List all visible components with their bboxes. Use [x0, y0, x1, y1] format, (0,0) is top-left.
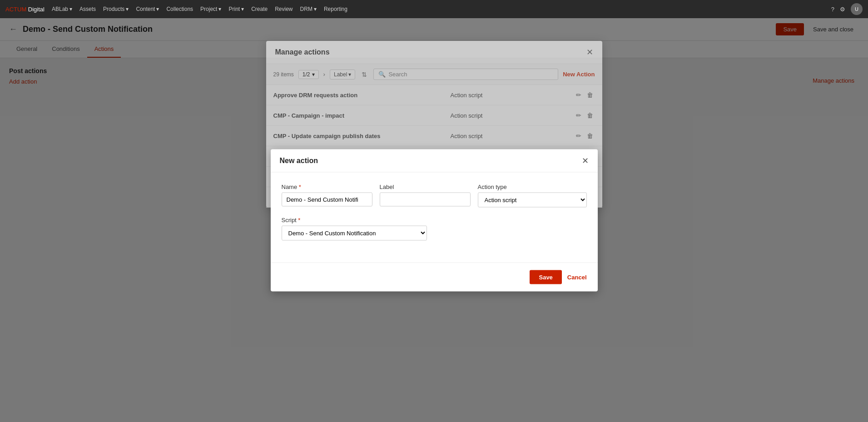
- chevron-down-icon: ▾: [126, 6, 129, 12]
- name-label: Name *: [282, 183, 372, 190]
- chevron-down-icon: ▾: [218, 6, 221, 12]
- label-label: Label: [380, 183, 471, 190]
- chevron-down-icon: ▾: [69, 6, 72, 12]
- nav-collections[interactable]: Collections: [166, 6, 193, 12]
- required-mark: *: [299, 183, 301, 190]
- script-select-wrap: Demo - Send Custom Notification: [282, 225, 427, 240]
- settings-icon[interactable]: ⚙: [840, 6, 845, 13]
- new-action-modal-title: New action: [280, 156, 318, 164]
- nav-ablab[interactable]: ABLab ▾: [52, 6, 72, 12]
- script-row: Script * Demo - Send Custom Notification: [282, 216, 587, 240]
- new-action-modal-footer: Save Cancel: [271, 262, 598, 291]
- label-input[interactable]: [380, 192, 471, 206]
- script-group: Script * Demo - Send Custom Notification: [282, 216, 427, 240]
- script-required-mark: *: [298, 216, 300, 223]
- nav-drm[interactable]: DRM ▾: [300, 6, 317, 12]
- help-icon[interactable]: ?: [831, 6, 834, 13]
- nav-assets[interactable]: Assets: [79, 6, 96, 12]
- nav-products[interactable]: Products ▾: [103, 6, 129, 12]
- action-type-group: Action type Action script Print Entity G…: [478, 183, 587, 207]
- script-select[interactable]: Demo - Send Custom Notification: [282, 225, 427, 240]
- new-action-cancel-button[interactable]: Cancel: [567, 273, 587, 280]
- label-group: Label: [380, 183, 471, 207]
- name-group: Name *: [282, 183, 372, 207]
- chevron-down-icon: ▾: [314, 6, 317, 12]
- new-action-save-button[interactable]: Save: [530, 270, 561, 284]
- new-action-content: Name * Label Action type Action script P…: [271, 172, 598, 262]
- action-type-select[interactable]: Action script Print Entity Generation Wo…: [478, 192, 587, 207]
- brand-actum: ACTUM: [5, 6, 26, 13]
- top-nav: ACTUM Digital ABLab ▾ Assets Products ▾ …: [0, 0, 868, 18]
- brand-digital: Digital: [28, 6, 45, 13]
- nav-icons: ? ⚙ U: [831, 3, 863, 15]
- nav-reporting[interactable]: Reporting: [324, 6, 347, 12]
- page-background: ← Demo - Send Custom Notification Save S…: [0, 18, 868, 422]
- chevron-down-icon: ▾: [241, 6, 244, 12]
- new-action-modal: New action ✕ Name * Label Action ty: [271, 149, 598, 291]
- action-type-label: Action type: [478, 183, 587, 190]
- script-label: Script *: [282, 216, 427, 223]
- new-action-modal-close-button[interactable]: ✕: [582, 156, 589, 164]
- nav-print[interactable]: Print ▾: [228, 6, 244, 12]
- name-input[interactable]: [282, 192, 372, 206]
- brand-logo: ACTUM Digital: [5, 6, 45, 13]
- chevron-down-icon: ▾: [156, 6, 159, 12]
- avatar[interactable]: U: [851, 3, 863, 15]
- nav-project[interactable]: Project ▾: [200, 6, 221, 12]
- nav-content[interactable]: Content ▾: [136, 6, 159, 12]
- nav-create[interactable]: Create: [251, 6, 268, 12]
- form-row-1: Name * Label Action type Action script P…: [282, 183, 587, 207]
- nav-review[interactable]: Review: [275, 6, 293, 12]
- new-action-modal-header: New action ✕: [271, 149, 598, 172]
